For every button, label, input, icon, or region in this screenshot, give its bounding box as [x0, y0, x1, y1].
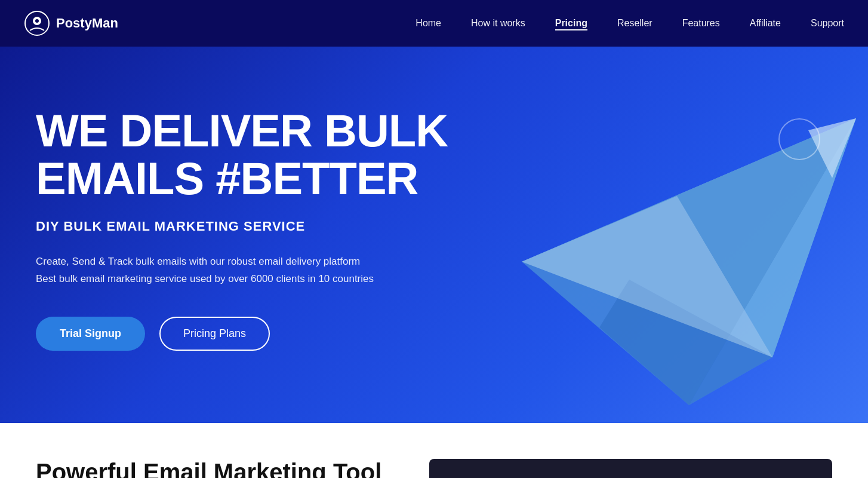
hero-buttons: Trial Signup Pricing Plans — [36, 317, 454, 351]
logo-text: PostyMan — [56, 16, 118, 31]
nav-links: Home How it works Pricing Reseller Featu… — [415, 18, 844, 29]
decorative-circle — [778, 118, 820, 160]
nav-home[interactable]: Home — [415, 18, 441, 28]
trial-signup-button[interactable]: Trial Signup — [36, 317, 145, 351]
nav-pricing[interactable]: Pricing — [555, 18, 587, 30]
nav-support[interactable]: Support — [811, 18, 844, 28]
powerful-tool-heading: Powerful Email Marketing Tool — [36, 459, 381, 478]
site-logo[interactable]: PostyMan — [24, 10, 118, 36]
pricing-plans-button[interactable]: Pricing Plans — [159, 317, 270, 351]
below-hero-section: Powerful Email Marketing Tool PostyMan ⊞… — [0, 423, 868, 478]
nav-reseller[interactable]: Reseller — [617, 18, 652, 28]
svg-point-2 — [35, 19, 39, 23]
hero-heading: WE DELIVER BULK EMAILS #BETTER — [36, 107, 454, 203]
nav-features[interactable]: Features — [682, 18, 720, 28]
hero-description: Create, Send & Track bulk emails with ou… — [36, 253, 454, 288]
navbar: PostyMan Home How it works Pricing Resel… — [0, 0, 868, 47]
hero-section: WE DELIVER BULK EMAILS #BETTER DIY BULK … — [0, 47, 868, 423]
hero-content: WE DELIVER BULK EMAILS #BETTER DIY BULK … — [36, 107, 454, 351]
dashboard-preview: PostyMan ⊞ Dashboard ≡ Lists ✉ Campaigns… — [429, 459, 832, 478]
powerful-tool-text: Powerful Email Marketing Tool — [36, 459, 381, 478]
nav-how-it-works[interactable]: How it works — [471, 18, 525, 28]
nav-affiliate[interactable]: Affiliate — [750, 18, 781, 28]
hero-subtitle: DIY BULK EMAIL MARKETING SERVICE — [36, 219, 454, 234]
